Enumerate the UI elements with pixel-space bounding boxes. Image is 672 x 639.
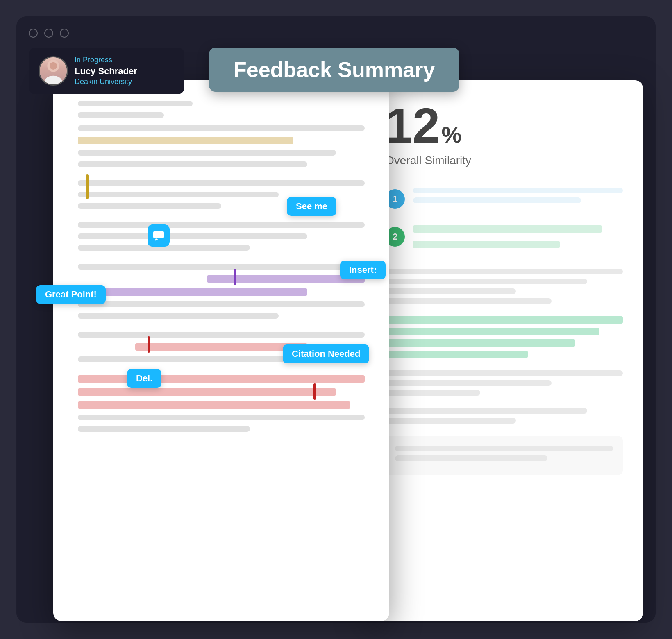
doc-section-top — [78, 101, 365, 118]
sim-item-1: 1 — [385, 188, 623, 209]
avatar-image — [40, 57, 67, 84]
sim-lines-1 — [413, 188, 623, 203]
doc-line — [78, 332, 365, 338]
svg-point-1 — [44, 76, 62, 84]
gray-line — [385, 408, 587, 414]
scene: In Progress Lucy Schrader Deakin Univers… — [0, 0, 672, 639]
profile-university: Deakin University — [75, 77, 137, 86]
doc-line — [78, 150, 336, 156]
green-line — [385, 328, 599, 335]
doc-section-insert — [78, 222, 365, 251]
doc-line — [78, 426, 250, 432]
gray-line — [385, 380, 552, 386]
bubble-see-me[interactable]: See me — [287, 197, 336, 216]
tan-highlight — [78, 137, 293, 144]
marker-tan — [86, 174, 89, 199]
doc-line — [78, 101, 193, 106]
comment-bubble[interactable] — [148, 224, 170, 247]
sim-line-green — [413, 241, 560, 248]
gray-line — [385, 288, 516, 294]
window-controls — [29, 29, 643, 38]
sim-line-green — [413, 225, 602, 233]
sim-lines-2 — [413, 225, 623, 252]
gray-line — [385, 370, 623, 376]
profile-status: In Progress — [75, 56, 137, 64]
doc-line — [78, 233, 307, 239]
doc-section-del — [78, 375, 365, 432]
doc-line — [78, 356, 307, 362]
marker-pink — [148, 336, 150, 353]
pink-highlight-3 — [78, 388, 336, 396]
pink-highlight-1 — [135, 343, 307, 351]
gray-line — [395, 455, 547, 461]
doc-section-tan — [78, 125, 365, 167]
gray-block-2 — [385, 370, 623, 396]
bubble-del[interactable]: Del. — [127, 369, 161, 388]
avatar — [39, 56, 68, 86]
gray-block-3 — [385, 408, 623, 424]
window-dot-1 — [29, 29, 38, 38]
svg-rect-3 — [153, 231, 164, 238]
bubble-citation-needed[interactable]: Citation Needed — [283, 344, 369, 363]
doc-line — [78, 125, 365, 131]
marker-purple — [234, 269, 236, 285]
sim-line — [413, 188, 623, 193]
similarity-panel: 12 % Overall Similarity 1 2 — [365, 80, 643, 621]
green-line — [385, 351, 528, 358]
gray-line — [385, 279, 587, 284]
svg-point-2 — [50, 62, 57, 70]
bubble-insert[interactable]: Insert: — [340, 261, 386, 279]
doc-section-purple — [78, 264, 365, 319]
gray-block-1 — [385, 269, 623, 304]
similarity-percent-symbol: % — [441, 122, 461, 148]
white-block — [385, 436, 623, 475]
gray-line — [395, 446, 613, 451]
similarity-percent: 12 — [385, 101, 440, 150]
profile-info: In Progress Lucy Schrader Deakin Univers… — [75, 56, 137, 86]
purple-highlight-2 — [78, 288, 307, 296]
window-dot-2 — [44, 29, 53, 38]
doc-line — [78, 203, 221, 209]
doc-line — [78, 264, 365, 270]
sim-line — [413, 197, 581, 203]
green-line — [385, 316, 623, 324]
gray-line — [385, 269, 623, 274]
gray-line — [385, 418, 516, 424]
similarity-percent-row: 12 % — [385, 101, 623, 150]
doc-line — [78, 112, 164, 118]
doc-line — [78, 313, 279, 319]
pink-highlight-2 — [78, 375, 365, 383]
doc-line — [78, 192, 279, 197]
doc-line — [78, 301, 365, 307]
sim-item-2: 2 — [385, 225, 623, 252]
profile-card: In Progress Lucy Schrader Deakin Univers… — [29, 48, 184, 94]
pink-highlight-4 — [78, 401, 350, 409]
doc-line — [78, 222, 365, 228]
doc-line — [78, 180, 365, 186]
green-line — [385, 339, 575, 347]
doc-line — [78, 415, 365, 420]
similarity-label: Overall Similarity — [385, 154, 623, 167]
bubble-great-point[interactable]: Great Point! — [36, 285, 106, 304]
gray-line — [385, 390, 480, 396]
green-highlight-block — [385, 316, 623, 358]
window-dot-3 — [60, 29, 69, 38]
content-area: In Progress Lucy Schrader Deakin Univers… — [29, 48, 643, 605]
doc-line — [78, 161, 307, 167]
browser-window: In Progress Lucy Schrader Deakin Univers… — [16, 16, 656, 623]
gray-line — [385, 298, 552, 304]
marker-pink2 — [313, 383, 316, 400]
feedback-summary-title: Feedback Summary — [234, 57, 435, 82]
profile-name: Lucy Schrader — [75, 66, 137, 77]
feedback-summary-card: Feedback Summary — [209, 48, 459, 92]
